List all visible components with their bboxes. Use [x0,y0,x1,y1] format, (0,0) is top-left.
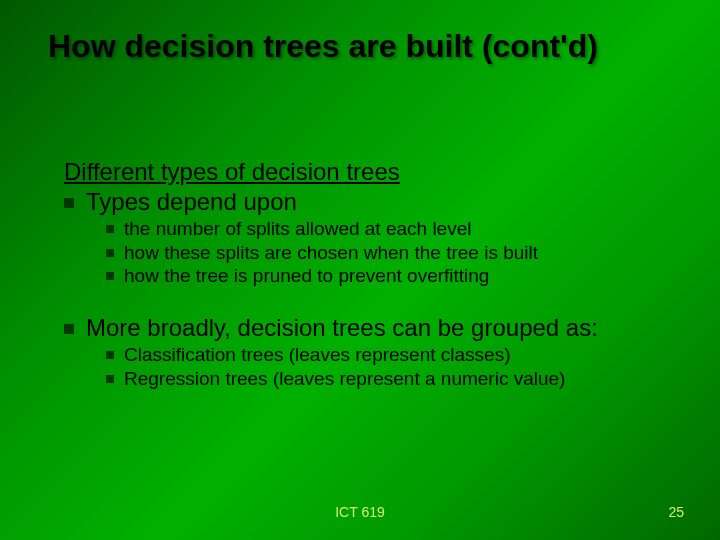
square-bullet-icon [64,324,74,334]
bullet-more-broadly: More broadly, decision trees can be grou… [64,314,674,343]
subbullet-classification: Classification trees (leaves represent c… [106,343,674,367]
square-bullet-icon [106,272,114,280]
bullet-text: the number of splits allowed at each lev… [124,217,471,241]
square-bullet-icon [106,225,114,233]
slide-content: Different types of decision trees Types … [64,158,674,390]
square-bullet-icon [106,249,114,257]
square-bullet-icon [106,351,114,359]
bullet-types-depend: Types depend upon [64,188,674,217]
bullet-text: how the tree is pruned to prevent overfi… [124,264,489,288]
subheading: Different types of decision trees [64,158,674,186]
square-bullet-icon [106,375,114,383]
subbullet-pruned: how the tree is pruned to prevent overfi… [106,264,674,288]
bullet-text: More broadly, decision trees can be grou… [86,314,598,343]
subbullet-regression: Regression trees (leaves represent a num… [106,367,674,391]
subbullet-splits-allowed: the number of splits allowed at each lev… [106,217,674,241]
bullet-text: Types depend upon [86,188,297,217]
subbullet-splits-chosen: how these splits are chosen when the tre… [106,241,674,265]
square-bullet-icon [64,198,74,208]
bullet-text: how these splits are chosen when the tre… [124,241,538,265]
footer-course-code: ICT 619 [0,504,720,520]
slide-title: How decision trees are built (cont'd) [48,28,598,65]
bullet-text: Regression trees (leaves represent a num… [124,367,565,391]
bullet-text: Classification trees (leaves represent c… [124,343,511,367]
footer-page-number: 25 [668,504,684,520]
